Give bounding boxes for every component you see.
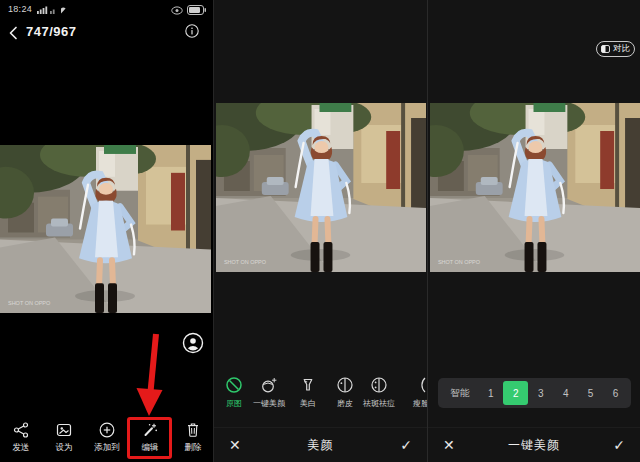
slim-face-icon (411, 375, 427, 395)
toolbar-label: 添加到 (87, 442, 127, 454)
filter-label: 一键美颜 (247, 398, 291, 409)
one-key-beauty-panel: 对比 智能 1 2 3 4 5 6 ✕ 一键美颜 ✓ (427, 0, 640, 462)
set-as-icon (55, 421, 73, 439)
toolbar-label: 发送 (1, 442, 41, 454)
one-key-title: 一键美颜 (508, 437, 560, 454)
toolbar-label: 设为 (44, 442, 84, 454)
status-bar: 18:24 (0, 2, 213, 16)
whitening-icon (298, 375, 318, 395)
blemish-removal-icon (369, 375, 389, 395)
confirm-button[interactable]: ✓ (613, 438, 625, 452)
original-icon (224, 375, 244, 395)
toolbar-label: 编辑 (130, 442, 170, 454)
cancel-button[interactable]: ✕ (229, 438, 241, 452)
portrait-recognition-icon[interactable] (182, 332, 204, 354)
trash-icon (184, 421, 202, 439)
compare-icon (601, 45, 610, 53)
beauty-menu-title: 美颜 (308, 437, 334, 454)
edit-wand-icon (141, 421, 159, 439)
set-as-button[interactable]: 设为 (44, 421, 84, 457)
beauty-menu-panel: 原图 一键美颜 美白 磨皮 (213, 0, 427, 462)
filter-blemish-removal[interactable]: 祛斑祛痘 (357, 375, 401, 413)
photo-nav-row: 747/967 (0, 22, 213, 42)
level-1[interactable]: 1 (478, 381, 503, 405)
toolbar-label: 删除 (173, 442, 213, 454)
filter-label: 祛斑祛痘 (357, 398, 401, 409)
info-icon[interactable] (185, 24, 199, 38)
beauty-level-bar: 智能 1 2 3 4 5 6 (438, 378, 631, 408)
compare-button[interactable]: 对比 (596, 41, 635, 57)
gallery-panel: 18:24 (0, 0, 213, 462)
photo-counter: 747/967 (26, 24, 77, 39)
delete-button[interactable]: 删除 (173, 421, 213, 457)
filter-slim-face[interactable]: 瘦脸 (399, 375, 427, 413)
clock: 18:24 (8, 4, 32, 14)
annotation-arrow (120, 330, 180, 422)
gallery-photo[interactable] (0, 145, 211, 313)
smoothing-icon (335, 375, 355, 395)
level-3[interactable]: 3 (528, 381, 553, 405)
one-key-beauty-icon (259, 375, 279, 395)
filter-label: 瘦脸 (399, 398, 427, 409)
signal-wifi-icon (37, 5, 67, 14)
confirm-button[interactable]: ✓ (400, 438, 412, 452)
back-icon[interactable] (8, 26, 18, 40)
filter-one-key-beauty[interactable]: 一键美颜 (247, 375, 291, 413)
editor-photo (216, 103, 426, 272)
cancel-button[interactable]: ✕ (443, 438, 455, 452)
level-4[interactable]: 4 (553, 381, 578, 405)
beauty-bottom-bar: ✕ 美颜 ✓ (214, 427, 427, 462)
level-5[interactable]: 5 (578, 381, 603, 405)
add-to-icon (98, 421, 116, 439)
level-smart[interactable]: 智能 (441, 381, 478, 405)
level-6[interactable]: 6 (603, 381, 628, 405)
compare-label: 对比 (613, 43, 630, 55)
add-to-button[interactable]: 添加到 (87, 421, 127, 457)
one-key-bottom-bar: ✕ 一键美颜 ✓ (428, 427, 640, 462)
eye-comfort-icon (171, 6, 183, 15)
editor-photo-preview (430, 103, 640, 272)
level-2-selected[interactable]: 2 (503, 381, 528, 405)
screenshot-root: 18:24 (0, 0, 640, 462)
share-icon (12, 421, 30, 439)
edit-button[interactable]: 编辑 (130, 421, 170, 457)
battery-icon (187, 5, 206, 15)
send-button[interactable]: 发送 (1, 421, 41, 457)
